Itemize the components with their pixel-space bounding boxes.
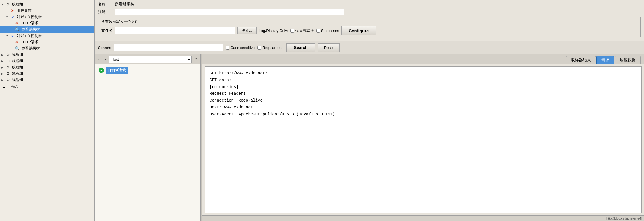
sidebar-item-view-tree-1[interactable]: 🔍 察看结果树 <box>0 26 94 33</box>
eye-icon-1: 🔍 <box>14 27 20 32</box>
format-select[interactable]: Text <box>109 56 192 63</box>
search-input[interactable] <box>114 44 223 51</box>
tabs-row: 取样器结果 请求 响应数据 <box>202 54 644 64</box>
expand-left-arrow[interactable]: ▲ <box>96 57 102 62</box>
expand-arrow-tg5: ▶ <box>1 72 5 75</box>
expand-arrow-tg3: ▶ <box>1 60 5 63</box>
pencil-icon-2: ✏ <box>14 40 20 44</box>
tab-sampler-result[interactable]: 取样器结果 <box>566 56 596 64</box>
expand-arrow-tg6: ▶ <box>1 78 5 82</box>
expand-arrow-tg2: ▶ <box>1 53 5 56</box>
if-icon-1: 🗹 <box>10 15 15 19</box>
sidebar-item-thread-group-5[interactable]: ▶ ⚙ 线程组 <box>0 70 94 77</box>
config-section: 名称: 察看结果树 注释: 所有数据写入一个文件 文件名 浏览... Log/D… <box>95 0 644 41</box>
browse-button[interactable]: 浏览... <box>237 27 257 34</box>
content-line-11: User-Agent: Apache-HttpClient/4.5.3 (Jav… <box>210 111 637 118</box>
title-label: 名称: <box>98 2 112 7</box>
http-request-label: HTTP请求 <box>106 67 128 74</box>
sidebar-item-http-req-2[interactable]: ✏ HTTP请求 <box>0 39 94 45</box>
sidebar-item-thread-group-6[interactable]: ▶ ⚙ 线程组 <box>0 77 94 83</box>
search-row: Search: Case sensitive Regular exp. Sear… <box>95 41 644 54</box>
expand-arrow-tg4: ▶ <box>1 66 5 69</box>
file-row: 文件名 浏览... Log/Display Only: 仅日志错误 Succes… <box>101 26 637 35</box>
sidebar-item-thread-group-1[interactable]: ▼ ⚙ 线程组 <box>0 1 94 7</box>
regular-exp-checkbox[interactable] <box>257 46 261 50</box>
sidebar-item-if-controller-2[interactable]: ▼ 🗹 如果 (If) 控制器 <box>0 33 94 39</box>
errors-only-checkbox-label: 仅日志错误 <box>290 28 314 33</box>
content-line-8: Request Headers: <box>210 90 637 97</box>
gear-icon-4: ⚙ <box>5 65 11 70</box>
successes-checkbox[interactable] <box>316 29 320 33</box>
reset-button[interactable]: Reset <box>318 43 340 52</box>
content-panel: 取样器结果 请求 响应数据 GET http://www.csdn.net/ G… <box>202 54 644 221</box>
sidebar: ▼ ⚙ 线程组 ➤ 用户参数 ▼ 🗹 如果 (If) 控制器 ✏ HTTP请求 … <box>0 0 95 221</box>
search-button[interactable]: Search <box>286 43 315 52</box>
content-line-1: GET http://www.csdn.net/ <box>210 70 637 77</box>
gear-icon-5: ⚙ <box>5 71 11 76</box>
file-label: 文件名 <box>101 28 112 33</box>
search-label: Search: <box>98 46 111 50</box>
configure-button[interactable]: Configure <box>341 26 376 35</box>
comment-label: 注释: <box>98 9 112 15</box>
status-bar: http://blog.csdn.net/n_e4i <box>202 215 644 221</box>
content-line-3: GET data: <box>210 77 637 84</box>
title-row: 名称: 察看结果树 <box>98 2 641 7</box>
sidebar-item-thread-group-2[interactable]: ▶ ⚙ 线程组 <box>0 52 94 58</box>
sidebar-item-http-req-1[interactable]: ✏ HTTP请求 <box>0 20 94 26</box>
status-url: http://blog.csdn.net/n_e4i <box>606 217 642 220</box>
tree-panel: ▲ ▼ Text ⌃ HTTP请求 <box>95 54 201 221</box>
lower-panel: ▲ ▼ Text ⌃ HTTP请求 <box>95 54 644 221</box>
errors-only-checkbox[interactable] <box>290 29 294 33</box>
screen-icon: 🖥 <box>2 84 6 89</box>
sidebar-item-workspace[interactable]: 🖥 工作台 <box>0 83 94 90</box>
tree-toolbar: ▲ ▼ Text ⌃ <box>95 54 200 64</box>
file-section-title: 所有数据写入一个文件 <box>101 19 637 24</box>
http-tree-item[interactable]: HTTP请求 <box>96 66 199 75</box>
arrow-red-icon: ➤ <box>10 8 15 13</box>
tree-content: HTTP请求 <box>95 64 200 221</box>
tab-response-data[interactable]: 响应数据 <box>615 56 641 64</box>
title-value: 察看结果树 <box>115 2 135 7</box>
sidebar-item-thread-group-4[interactable]: ▶ ⚙ 线程组 <box>0 64 94 70</box>
case-sensitive-checkbox[interactable] <box>226 46 229 50</box>
expand-arrow-if1: ▼ <box>6 15 10 19</box>
expand-arrow-1: ▼ <box>1 3 5 6</box>
content-area[interactable]: GET http://www.csdn.net/ GET data: [no c… <box>205 66 642 213</box>
gear-icon-1: ⚙ <box>5 2 11 7</box>
gear-icon-3: ⚙ <box>5 59 11 63</box>
gear-icon-6: ⚙ <box>5 78 11 82</box>
regular-exp-label: Regular exp. <box>257 46 284 50</box>
successes-checkbox-label: Successes <box>316 29 339 33</box>
log-display-label: Log/Display Only: <box>259 29 288 33</box>
eye-icon-2: 🔍 <box>14 46 20 51</box>
pencil-icon-1: ✏ <box>14 21 20 25</box>
comment-row: 注释: <box>98 9 641 15</box>
sidebar-item-user-params[interactable]: ➤ 用户参数 <box>0 7 94 14</box>
content-line-10: Host: www.csdn.net <box>210 104 637 111</box>
content-line-6: [no cookies] <box>210 84 637 91</box>
file-section: 所有数据写入一个文件 文件名 浏览... Log/Display Only: 仅… <box>98 17 641 37</box>
sidebar-item-if-controller-1[interactable]: ▼ 🗹 如果 (If) 控制器 <box>0 14 94 20</box>
sidebar-item-view-tree-2[interactable]: 🔍 察看结果树 <box>0 45 94 52</box>
expand-arrow-if2: ▼ <box>6 34 10 38</box>
expand-right-arrow[interactable]: ▼ <box>103 57 108 62</box>
main-panel: 名称: 察看结果树 注释: 所有数据写入一个文件 文件名 浏览... Log/D… <box>95 0 644 221</box>
if-icon-2: 🗹 <box>10 33 15 38</box>
gear-icon-2: ⚙ <box>5 52 11 57</box>
file-input[interactable] <box>115 27 235 34</box>
tree-up-btn[interactable]: ⌃ <box>193 56 199 63</box>
status-ok-icon <box>99 68 104 73</box>
content-line-9: Connection: keep-alive <box>210 97 637 104</box>
sidebar-item-thread-group-3[interactable]: ▶ ⚙ 线程组 <box>0 58 94 64</box>
case-sensitive-label: Case sensitive <box>226 46 255 50</box>
tab-request[interactable]: 请求 <box>596 56 614 64</box>
comment-input[interactable] <box>115 9 344 15</box>
